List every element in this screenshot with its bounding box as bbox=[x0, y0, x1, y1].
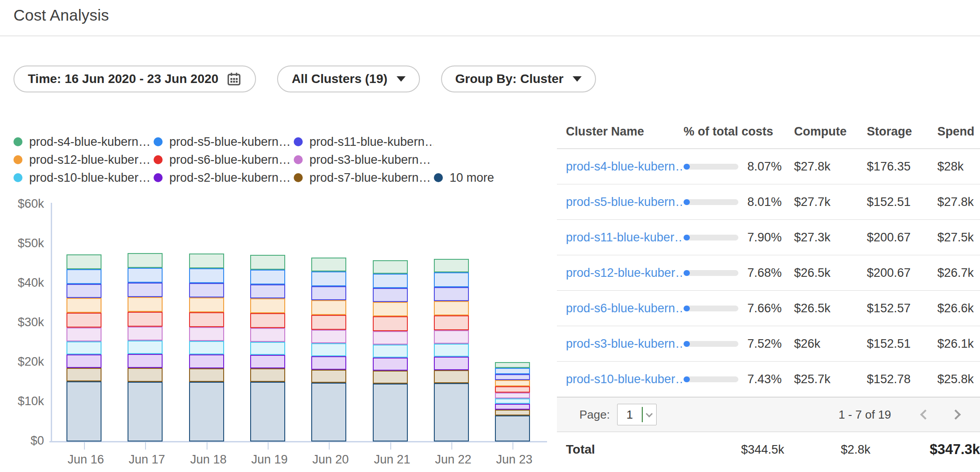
bar-segment[interactable] bbox=[66, 381, 102, 441]
col-header-compute[interactable]: Compute bbox=[794, 125, 867, 139]
legend-item[interactable]: prod-s3-blue-kubern… bbox=[294, 151, 434, 169]
bar-segment[interactable] bbox=[189, 253, 224, 268]
bar-segment[interactable] bbox=[311, 370, 346, 383]
bar-segment[interactable] bbox=[128, 268, 163, 283]
col-header-pct-total[interactable]: % of total costs bbox=[684, 125, 794, 139]
page-select[interactable]: 1 bbox=[617, 404, 657, 425]
cluster-link[interactable]: prod-s10-blue-kuber… bbox=[566, 372, 684, 386]
bar-segment[interactable] bbox=[311, 343, 346, 356]
col-header-spend[interactable]: Spend bbox=[937, 125, 980, 139]
bar-segment[interactable] bbox=[434, 370, 469, 383]
bar-segment[interactable] bbox=[434, 272, 469, 287]
bar-segment[interactable] bbox=[189, 283, 224, 297]
bar-segment[interactable] bbox=[495, 415, 530, 441]
bar-segment[interactable] bbox=[189, 268, 224, 283]
bar-segment[interactable] bbox=[250, 355, 285, 368]
group-by-filter[interactable]: Group By: Cluster bbox=[441, 66, 596, 92]
bar-segment[interactable] bbox=[189, 312, 224, 327]
bar-segment[interactable] bbox=[495, 404, 530, 410]
legend-item[interactable]: prod-s7-blue-kubern… bbox=[294, 169, 434, 187]
bar-segment[interactable] bbox=[250, 255, 285, 270]
bar-segment[interactable] bbox=[250, 368, 285, 382]
bar-segment[interactable] bbox=[311, 356, 346, 370]
bar-segment[interactable] bbox=[373, 371, 408, 384]
legend-item[interactable]: prod-s6-blue-kubern… bbox=[154, 151, 294, 169]
bar-segment[interactable] bbox=[434, 330, 469, 344]
bar-segment[interactable] bbox=[66, 298, 102, 313]
clusters-filter[interactable]: All Clusters (19) bbox=[277, 66, 419, 92]
bar-segment[interactable] bbox=[250, 382, 285, 441]
bar-segment[interactable] bbox=[434, 315, 469, 330]
bar-segment[interactable] bbox=[434, 344, 469, 357]
bar-segment[interactable] bbox=[189, 382, 224, 441]
bar-segment[interactable] bbox=[189, 327, 224, 341]
bar-segment[interactable] bbox=[66, 368, 102, 381]
bar-segment[interactable] bbox=[311, 330, 346, 343]
bar-segment[interactable] bbox=[189, 297, 224, 312]
bar-segment[interactable] bbox=[250, 298, 285, 313]
legend-item[interactable]: prod-s10-blue-kuber… bbox=[13, 169, 154, 187]
bar-segment[interactable] bbox=[373, 302, 408, 316]
bar-segment[interactable] bbox=[373, 358, 408, 371]
bar-segment[interactable] bbox=[189, 368, 224, 382]
bar-segment[interactable] bbox=[495, 362, 530, 368]
bar-segment[interactable] bbox=[128, 341, 163, 354]
next-page-button[interactable] bbox=[947, 406, 965, 424]
bar-segment[interactable] bbox=[189, 354, 224, 368]
bar-segment[interactable] bbox=[250, 313, 285, 328]
bar-segment[interactable] bbox=[189, 341, 224, 354]
bar-segment[interactable] bbox=[128, 283, 163, 297]
bar-segment[interactable] bbox=[311, 286, 346, 300]
bar-segment[interactable] bbox=[373, 274, 408, 288]
bar-segment[interactable] bbox=[373, 384, 408, 441]
bar-segment[interactable] bbox=[66, 269, 102, 284]
bar-segment[interactable] bbox=[434, 301, 469, 315]
bar-segment[interactable] bbox=[66, 354, 102, 368]
bar-segment[interactable] bbox=[495, 398, 530, 404]
prev-page-button[interactable] bbox=[916, 406, 934, 424]
legend-item[interactable]: prod-s2-blue-kubern… bbox=[154, 169, 294, 187]
col-header-storage[interactable]: Storage bbox=[867, 125, 937, 139]
bar-segment[interactable] bbox=[250, 270, 285, 284]
cluster-link[interactable]: prod-s3-blue-kubern… bbox=[566, 337, 684, 351]
bar-segment[interactable] bbox=[311, 315, 346, 330]
bar-segment[interactable] bbox=[250, 342, 285, 355]
bar-segment[interactable] bbox=[311, 258, 346, 271]
bar-segment[interactable] bbox=[128, 253, 163, 268]
bar-segment[interactable] bbox=[434, 259, 469, 272]
cluster-link[interactable]: prod-s12-blue-kuber… bbox=[566, 266, 684, 280]
bar-segment[interactable] bbox=[128, 368, 163, 382]
time-range-filter[interactable]: Time: 16 Jun 2020 - 23 Jun 2020 bbox=[13, 66, 256, 92]
bar-segment[interactable] bbox=[128, 312, 163, 327]
bar-segment[interactable] bbox=[311, 383, 346, 441]
bar-segment[interactable] bbox=[434, 357, 469, 370]
bar-segment[interactable] bbox=[66, 254, 102, 269]
bar-segment[interactable] bbox=[373, 331, 408, 345]
bar-segment[interactable] bbox=[128, 382, 163, 441]
bar-segment[interactable] bbox=[373, 345, 408, 358]
bar-segment[interactable] bbox=[66, 328, 102, 341]
cluster-link[interactable]: prod-s4-blue-kubern… bbox=[566, 160, 684, 174]
cluster-link[interactable]: prod-s5-blue-kubern… bbox=[566, 195, 684, 209]
bar-segment[interactable] bbox=[434, 383, 469, 441]
bar-segment[interactable] bbox=[373, 260, 408, 274]
cluster-link[interactable]: prod-s11-blue-kuber… bbox=[566, 231, 684, 245]
bar-segment[interactable] bbox=[495, 380, 530, 386]
bar-segment[interactable] bbox=[66, 284, 102, 298]
bar-segment[interactable] bbox=[495, 368, 530, 374]
bar-segment[interactable] bbox=[66, 341, 102, 354]
bar-segment[interactable] bbox=[250, 284, 285, 298]
legend-item[interactable]: prod-s4-blue-kubern… bbox=[13, 133, 154, 151]
bar-segment[interactable] bbox=[250, 328, 285, 342]
legend-item[interactable]: prod-s11-blue-kubern… bbox=[294, 133, 434, 151]
bar-segment[interactable] bbox=[128, 354, 163, 368]
legend-item[interactable]: 10 more bbox=[434, 169, 494, 187]
bar-segment[interactable] bbox=[128, 327, 163, 341]
legend-item[interactable]: prod-s5-blue-kubern… bbox=[154, 133, 294, 151]
bar-segment[interactable] bbox=[311, 271, 346, 286]
col-header-cluster-name[interactable]: Cluster Name bbox=[566, 125, 684, 139]
cluster-link[interactable]: prod-s6-blue-kubern… bbox=[566, 302, 684, 315]
bar-segment[interactable] bbox=[495, 386, 530, 393]
bar-segment[interactable] bbox=[495, 374, 530, 380]
bar-segment[interactable] bbox=[66, 313, 102, 328]
